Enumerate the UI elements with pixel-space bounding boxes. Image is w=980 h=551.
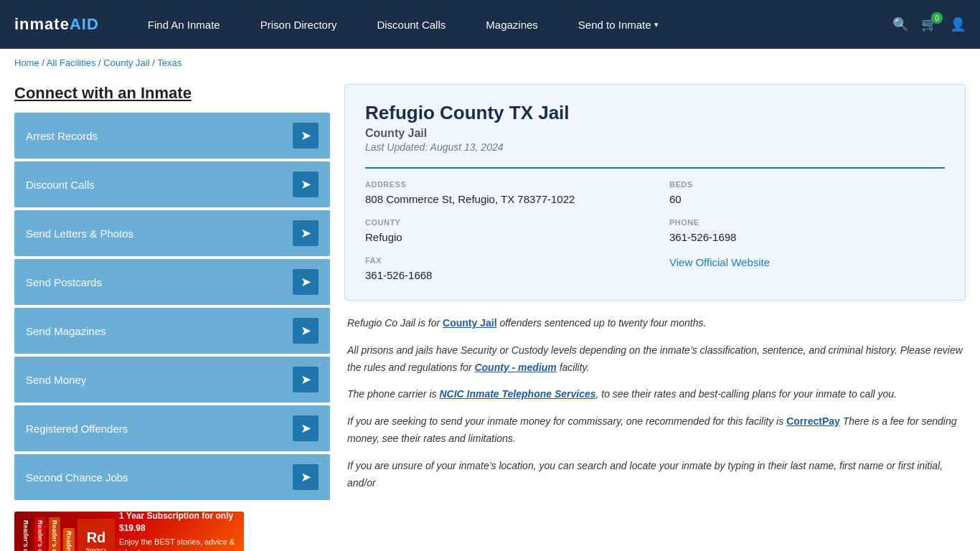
search-button[interactable]: 🔍: [892, 17, 908, 32]
sidebar-item-discount-calls[interactable]: Discount Calls ➤: [14, 161, 330, 207]
breadcrumb-texas[interactable]: Texas: [157, 57, 182, 68]
sidebar-arrow-magazines: ➤: [293, 318, 319, 344]
content-area: Refugio County TX Jail County Jail Last …: [344, 84, 966, 551]
fax-block: FAX 361-526-1668: [365, 256, 641, 283]
ad-content: 1 Year Subscription for only $19.98 Enjo…: [119, 512, 238, 551]
desc-county-jail-link[interactable]: County Jail: [443, 317, 496, 329]
facility-card: Refugio County TX Jail County Jail Last …: [344, 84, 966, 301]
dropdown-arrow-icon: ▾: [654, 20, 659, 29]
sidebar-item-arrest-records[interactable]: Arrest Records ➤: [14, 113, 330, 159]
user-button[interactable]: 👤: [950, 17, 966, 32]
sidebar: Connect with an Inmate Arrest Records ➤ …: [14, 84, 330, 551]
nav-discount-calls[interactable]: Discount Calls: [357, 0, 466, 49]
fax-value: 361-526-1668: [365, 268, 641, 283]
ad-rd-cover: Rd Reader'sdigest: [77, 519, 115, 551]
ad-readers-digest-spine: Reader's digest: [20, 517, 32, 551]
beds-value: 60: [669, 192, 945, 207]
sidebar-arrow-discount: ➤: [293, 171, 319, 197]
sidebar-item-send-letters[interactable]: Send Letters & Photos ➤: [14, 210, 330, 256]
cart-button[interactable]: 🛒 0: [921, 17, 937, 32]
website-block: View Official Website: [669, 256, 945, 283]
facility-description: Refugio Co Jail is for County Jail offen…: [344, 315, 966, 491]
logo-text: inmateAID: [14, 15, 99, 34]
phone-value: 361-526-1698: [669, 230, 945, 245]
sidebar-arrow-arrest: ➤: [293, 123, 319, 149]
facility-type: County Jail: [365, 127, 945, 140]
sidebar-arrow-offenders: ➤: [293, 415, 319, 441]
nav-prison-directory[interactable]: Prison Directory: [240, 0, 357, 49]
sidebar-item-registered-offenders[interactable]: Registered Offenders ➤: [14, 405, 330, 451]
nav-find-inmate[interactable]: Find An Inmate: [128, 0, 240, 49]
beds-block: BEDS 60: [669, 180, 945, 207]
sidebar-arrow-money: ➤: [293, 367, 319, 392]
main-container: Connect with an Inmate Arrest Records ➤ …: [0, 77, 980, 551]
desc-p4: If you are seeking to send your inmate m…: [347, 413, 963, 448]
desc-p5: If you are unsure of your inmate’s locat…: [347, 458, 963, 492]
sidebar-title: Connect with an Inmate: [14, 84, 330, 103]
sidebar-item-send-magazines[interactable]: Send Magazines ➤: [14, 308, 330, 354]
breadcrumb-county-jail[interactable]: County Jail: [103, 57, 149, 68]
desc-p1: Refugio Co Jail is for County Jail offen…: [347, 315, 963, 332]
sidebar-menu: Arrest Records ➤ Discount Calls ➤ Send L…: [14, 113, 330, 500]
sidebar-item-send-money[interactable]: Send Money ➤: [14, 357, 330, 402]
sidebar-item-send-postcards[interactable]: Send Postcards ➤: [14, 259, 330, 305]
navbar: inmateAID Find An Inmate Prison Director…: [0, 0, 980, 49]
phone-block: PHONE 361-526-1698: [669, 218, 945, 245]
county-block: COUNTY Refugio: [365, 218, 641, 245]
cart-badge: 0: [931, 12, 943, 24]
desc-correctpay-link[interactable]: CorrectPay: [786, 415, 840, 427]
desc-ncic-link[interactable]: NCIC Inmate Telephone Services: [439, 388, 595, 400]
nav-magazines[interactable]: Magazines: [466, 0, 558, 49]
county-label: COUNTY: [365, 218, 641, 227]
ad-rd-spine3: Reader's digest: [49, 517, 60, 551]
search-icon: 🔍: [892, 17, 908, 32]
phone-label: PHONE: [669, 218, 945, 227]
sidebar-arrow-postcards: ➤: [293, 269, 319, 295]
logo[interactable]: inmateAID: [14, 15, 99, 34]
facility-name: Refugio County TX Jail: [365, 102, 945, 124]
ad-rd-spine2: Reader's digest: [34, 517, 46, 551]
nav-icon-group: 🔍 🛒 0 👤: [892, 17, 966, 32]
user-icon: 👤: [950, 17, 966, 32]
facility-details: ADDRESS 808 Commerce St, Refugio, TX 783…: [365, 167, 945, 283]
sidebar-item-second-chance-jobs[interactable]: Second Chance Jobs ➤: [14, 454, 330, 500]
beds-label: BEDS: [669, 180, 945, 189]
facility-updated: Last Updated: August 13, 2024: [365, 141, 945, 153]
sidebar-arrow-letters: ➤: [293, 220, 319, 246]
ad-rd-spine4: Readers: [63, 528, 75, 551]
nav-links: Find An Inmate Prison Directory Discount…: [128, 0, 892, 49]
fax-label: FAX: [365, 256, 641, 265]
address-block: ADDRESS 808 Commerce St, Refugio, TX 783…: [365, 180, 641, 207]
sidebar-arrow-jobs: ➤: [293, 464, 319, 490]
ad-banner: Reader's digest Reader's digest Reader's…: [14, 512, 244, 551]
view-official-website-link[interactable]: View Official Website: [669, 256, 945, 268]
breadcrumb-all-facilities[interactable]: All Facilities: [47, 57, 96, 68]
county-value: Refugio: [365, 230, 641, 245]
address-value: 808 Commerce St, Refugio, TX 78377-1022: [365, 192, 641, 207]
desc-county-medium-link[interactable]: County - medium: [474, 362, 556, 373]
breadcrumb: Home / All Facilities / County Jail / Te…: [0, 49, 980, 77]
desc-p2: All prisons and jails have Security or C…: [347, 342, 963, 377]
nav-send-to-inmate[interactable]: Send to Inmate ▾: [558, 0, 679, 49]
desc-p3: The phone carrier is NCIC Inmate Telepho…: [347, 386, 963, 403]
address-label: ADDRESS: [365, 180, 641, 189]
breadcrumb-home[interactable]: Home: [14, 57, 39, 68]
